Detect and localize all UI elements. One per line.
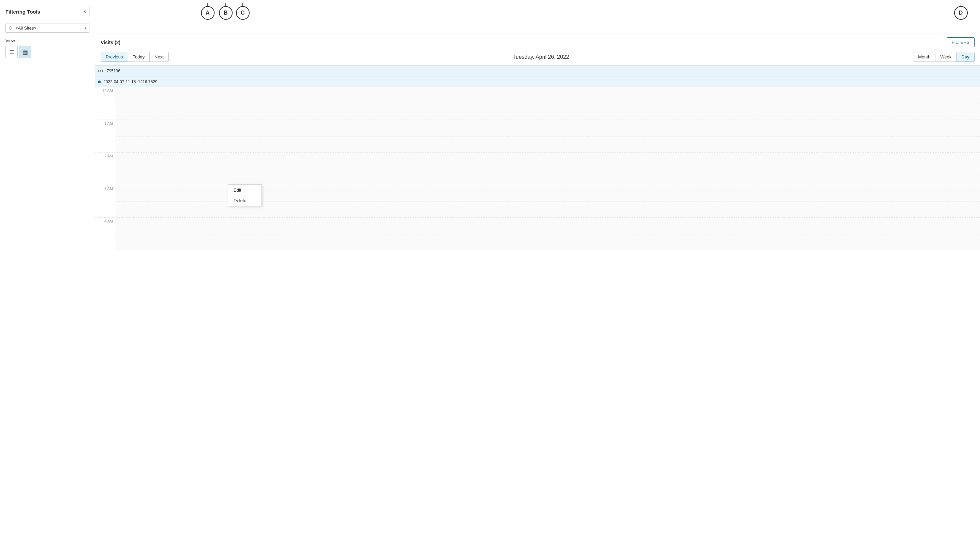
close-button[interactable]: × [80,7,89,16]
time-slot-12am: 12 AM [95,87,980,120]
time-content-12am [116,87,980,120]
week-view-button[interactable]: Week [935,52,956,62]
list-view-button[interactable]: ☰ [5,46,18,58]
dropdown-arrow-icon: ▾ [85,26,86,30]
time-label-4am: 4 AM [95,218,116,250]
time-label-1am: 1 AM [95,120,116,152]
filters-button[interactable]: FILTERS [947,37,975,47]
view-label: View [5,38,89,43]
context-menu-edit[interactable]: Edit [228,185,261,195]
visit-row: ••• 795196 [95,65,980,76]
context-menu-delete[interactable]: Delete [228,195,261,206]
location-icon: ⊙ [8,25,13,30]
time-slot-2am: 2 AM [95,152,980,185]
visits-title: Visits (2) [101,40,120,45]
annotation-b: B [219,6,232,20]
next-button[interactable]: Next [150,52,169,62]
time-slot-1am: 1 AM [95,120,980,152]
sidebar-title: Filtering Tools [5,9,40,14]
time-slot-4am: 4 AM [95,218,980,251]
visit-row: 2022-04-07-11:15_1216.7629 [95,76,980,87]
current-date: Tuesday, April 26, 2022 [512,54,569,60]
sidebar: Filtering Tools × ⊙ <All Sites> ▾ View ☰… [0,0,95,533]
time-content-4am [116,218,980,250]
app-container: Filtering Tools × ⊙ <All Sites> ▾ View ☰… [0,0,980,533]
visit-bullet [98,81,101,83]
view-toggle: Month Week Day [913,52,975,62]
time-content-1am [116,120,980,152]
site-section: ⊙ <All Sites> ▾ [5,23,89,33]
annotation-d: D [954,6,968,20]
visit-text-2: 2022-04-07-11:15_1216.7629 [103,79,158,84]
month-view-button[interactable]: Month [913,52,935,62]
previous-button[interactable]: Previous [101,52,128,62]
calendar-header: Previous Today Next Tuesday, April 26, 2… [95,49,980,65]
time-slots: 12 AM 1 AM 2 AM 3 AM 4 AM [95,87,980,251]
calendar-body[interactable]: ••• 795196 2022-04-07-11:15_1216.7629 Ed… [95,65,980,533]
context-menu: Edit Delete [228,184,262,206]
view-buttons: ☰ ▦ [5,46,89,58]
site-select[interactable]: ⊙ <All Sites> ▾ [5,23,89,33]
visit-text-1: 795196 [107,68,120,73]
view-section: View ☰ ▦ [5,38,89,58]
today-button[interactable]: Today [128,52,150,62]
annotation-a: A [201,6,215,20]
time-content-2am [116,152,980,185]
visit-dots-button[interactable]: ••• [98,68,104,74]
sidebar-header: Filtering Tools × [5,7,89,16]
time-label-3am: 3 AM [95,185,116,217]
time-label-12am: 12 AM [95,87,116,120]
annotation-bar: A B C D [95,0,980,34]
visit-rows: ••• 795196 2022-04-07-11:15_1216.7629 [95,65,980,87]
site-select-value: <All Sites> [15,25,82,30]
nav-buttons: Previous Today Next [101,52,169,62]
visits-header: Visits (2) FILTERS [95,34,980,49]
calendar-view-button[interactable]: ▦ [19,46,31,58]
annotation-c: C [236,6,250,20]
day-view-button[interactable]: Day [956,52,975,62]
time-label-2am: 2 AM [95,152,116,185]
main-content: A B C D Visits (2) FILTERS [95,0,980,533]
